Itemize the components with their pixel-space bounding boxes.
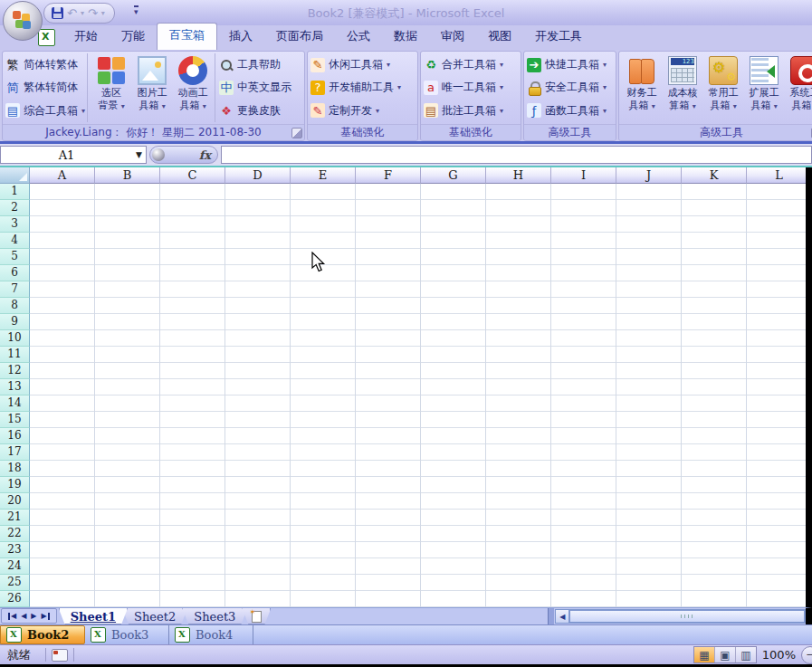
- row-header-15[interactable]: 15: [0, 412, 30, 428]
- sheet-tab-Sheet2[interactable]: Sheet2: [122, 608, 187, 624]
- tab-开始[interactable]: 开始: [62, 24, 110, 50]
- insert-worksheet-tab[interactable]: [242, 608, 271, 624]
- taskbar-item-Book2[interactable]: Book2: [0, 625, 85, 644]
- first-sheet-icon[interactable]: ◀: [8, 613, 16, 620]
- button-开发辅助工具[interactable]: ?开发辅助工具▾: [310, 78, 401, 98]
- row-header-13[interactable]: 13: [0, 379, 30, 395]
- name-box-dropdown-icon[interactable]: ▼: [132, 150, 146, 159]
- redo-dropdown-icon[interactable]: ▾: [101, 9, 105, 17]
- row-header-8[interactable]: 8: [0, 298, 30, 314]
- button-系统工具箱[interactable]: 系统工具箱 ▾: [785, 53, 812, 122]
- row-header-12[interactable]: 12: [0, 363, 30, 379]
- row-header-20[interactable]: 20: [0, 493, 30, 510]
- row-header-18[interactable]: 18: [0, 461, 30, 477]
- column-header-B[interactable]: B: [95, 167, 160, 184]
- page-layout-view-icon[interactable]: ▣: [715, 647, 736, 662]
- last-sheet-icon[interactable]: ▶: [41, 613, 49, 620]
- row-header-1[interactable]: 1: [0, 184, 30, 200]
- column-header-L[interactable]: L: [747, 167, 812, 184]
- taskbar-item-Book4[interactable]: Book4: [169, 625, 253, 644]
- column-header-G[interactable]: G: [421, 167, 486, 184]
- row-header-25[interactable]: 25: [0, 575, 30, 591]
- row-header-6[interactable]: 6: [0, 265, 30, 281]
- redo-icon[interactable]: ↷: [88, 7, 98, 19]
- horizontal-scrollbar[interactable]: ◀: [555, 609, 806, 624]
- row-header-21[interactable]: 21: [0, 510, 30, 526]
- column-header-J[interactable]: J: [616, 167, 682, 184]
- button-快捷工具箱[interactable]: ➔快捷工具箱▾: [527, 55, 607, 75]
- page-break-view-icon[interactable]: ▥: [736, 647, 756, 662]
- row-header-22[interactable]: 22: [0, 526, 30, 542]
- column-header-E[interactable]: E: [291, 167, 356, 184]
- title-bar[interactable]: Book2 [兼容模式] - Microsoft Excel: [0, 0, 812, 25]
- button-更换皮肤[interactable]: ❖更换皮肤: [219, 100, 291, 120]
- button-休闲工具箱[interactable]: ✎休闲工具箱▾: [310, 55, 401, 75]
- tab-审阅[interactable]: 审阅: [429, 24, 476, 50]
- column-header-D[interactable]: D: [225, 167, 291, 184]
- next-sheet-icon[interactable]: ▶: [31, 613, 36, 620]
- undo-dropdown-icon[interactable]: ▾: [81, 9, 84, 17]
- row-header-23[interactable]: 23: [0, 542, 30, 558]
- tab-开发工具[interactable]: 开发工具: [523, 24, 594, 50]
- button-定制开发[interactable]: ✎定制开发▾: [310, 100, 401, 120]
- row-header-2[interactable]: 2: [0, 200, 30, 216]
- undo-icon[interactable]: ↶: [67, 7, 77, 19]
- row-header-14[interactable]: 14: [0, 395, 30, 412]
- row-header-7[interactable]: 7: [0, 281, 30, 298]
- button-中英文显示[interactable]: 中中英文显示: [219, 78, 291, 98]
- column-header-K[interactable]: K: [682, 167, 747, 184]
- button-函数工具箱[interactable]: ƒ函数工具箱▾: [527, 100, 607, 120]
- select-all-corner[interactable]: [0, 167, 30, 184]
- tab-页面布局[interactable]: 页面布局: [264, 24, 335, 50]
- button-成本核算箱[interactable]: 成本核算箱 ▾: [663, 53, 702, 122]
- tab-万能[interactable]: 万能: [110, 24, 157, 50]
- row-header-10[interactable]: 10: [0, 330, 30, 347]
- row-header-9[interactable]: 9: [0, 314, 30, 330]
- worksheet-cells[interactable]: [30, 184, 806, 607]
- button-唯一工具箱[interactable]: a唯一工具箱▾: [424, 78, 503, 98]
- row-header-16[interactable]: 16: [0, 428, 30, 444]
- save-icon[interactable]: [52, 7, 63, 19]
- macro-record-icon[interactable]: [52, 649, 68, 662]
- button-简体转繁体[interactable]: 繁简体转繁体: [5, 55, 85, 75]
- button-合并工具箱[interactable]: ♻合并工具箱▾: [424, 55, 503, 75]
- row-header-19[interactable]: 19: [0, 477, 30, 493]
- row-header-24[interactable]: 24: [0, 558, 30, 575]
- column-header-C[interactable]: C: [160, 167, 225, 184]
- normal-view-icon[interactable]: ▦: [694, 647, 715, 662]
- tab-数据[interactable]: 数据: [382, 24, 429, 50]
- office-button[interactable]: [3, 1, 43, 41]
- button-动画工具箱[interactable]: 动画工具箱 ▾: [173, 53, 213, 122]
- button-扩展工具箱[interactable]: 扩展工具箱 ▾: [744, 53, 784, 122]
- column-header-I[interactable]: I: [551, 167, 616, 184]
- prev-sheet-icon[interactable]: ◀: [21, 613, 26, 620]
- row-header-3[interactable]: 3: [0, 216, 30, 233]
- taskbar-item-Book3[interactable]: Book3: [85, 625, 169, 644]
- column-header-A[interactable]: A: [30, 167, 95, 184]
- row-header-17[interactable]: 17: [0, 444, 30, 461]
- zoom-out-icon[interactable]: −: [801, 646, 812, 664]
- sheet-tab-Sheet1[interactable]: Sheet1: [59, 608, 128, 624]
- scrollbar-thumb[interactable]: [569, 610, 805, 623]
- button-繁体转简体[interactable]: 简繁体转简体: [5, 78, 85, 98]
- button-常用工具箱[interactable]: 常用工具箱 ▾: [703, 53, 743, 122]
- column-header-H[interactable]: H: [486, 167, 551, 184]
- button-批注工具箱[interactable]: ▤批注工具箱▾: [424, 100, 503, 120]
- button-图片工具箱[interactable]: 图片工具箱 ▾: [132, 53, 172, 122]
- tab-百宝箱[interactable]: 百宝箱: [157, 23, 217, 50]
- column-header-F[interactable]: F: [356, 167, 421, 184]
- row-header-4[interactable]: 4: [0, 233, 30, 249]
- tab-split-handle[interactable]: [548, 608, 554, 624]
- row-header-26[interactable]: 26: [0, 591, 30, 607]
- tab-插入[interactable]: 插入: [217, 24, 264, 50]
- name-box[interactable]: A1 ▼: [0, 146, 147, 164]
- button-工具帮助[interactable]: 工具帮助: [219, 55, 291, 75]
- row-header-11[interactable]: 11: [0, 347, 30, 363]
- button-财务工具箱[interactable]: 财务工具箱 ▾: [622, 53, 662, 122]
- insert-function-button[interactable]: fx: [149, 146, 218, 164]
- scroll-left-icon[interactable]: ◀: [556, 610, 569, 623]
- button-安全工具箱[interactable]: 安全工具箱▾: [527, 78, 607, 98]
- dialog-launcher-icon[interactable]: [291, 128, 302, 138]
- tab-视图[interactable]: 视图: [476, 24, 523, 50]
- row-header-5[interactable]: 5: [0, 249, 30, 265]
